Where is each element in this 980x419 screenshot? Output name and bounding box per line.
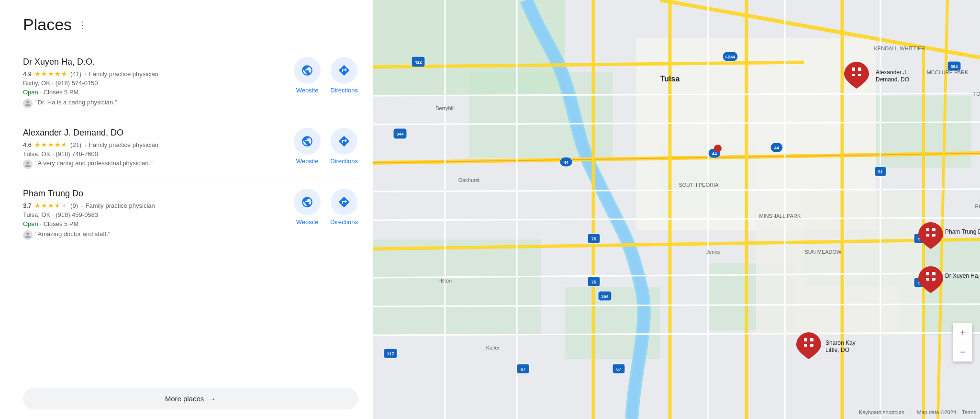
separator: · — [84, 141, 86, 148]
svg-text:75: 75 — [591, 280, 596, 284]
zoom-out-button[interactable]: − — [953, 342, 972, 362]
svg-text:75: 75 — [591, 237, 596, 241]
avatar — [23, 230, 33, 240]
map-footer: Keyboard shortcuts | Map data ©2024 Term… — [859, 409, 976, 415]
review-count: (9) — [70, 202, 78, 209]
website-button[interactable]: Website — [294, 57, 321, 94]
review-text: "A very caring and professional physicia… — [35, 159, 153, 167]
place-rating: 3.7 ★★★★★★ (9) · Family practice physici… — [23, 202, 284, 209]
svg-rect-93 — [926, 231, 935, 234]
category: Family practice physician — [89, 141, 158, 148]
svg-rect-2 — [469, 72, 612, 158]
category: Family practice physician — [86, 202, 155, 209]
more-places-button[interactable]: More places → — [23, 388, 358, 409]
svg-text:MINSHALL PARK: MINSHALL PARK — [759, 213, 801, 219]
svg-text:44: 44 — [564, 160, 568, 165]
more-options-icon[interactable]: ⋮ — [78, 19, 87, 31]
website-icon-circle — [294, 57, 321, 84]
map-panel: 412 344 44 44 64 64 — [373, 0, 980, 419]
action-buttons: Website Directions — [294, 189, 358, 226]
review-text: "Amazing doctor and staff." — [35, 230, 110, 238]
svg-text:44: 44 — [774, 146, 779, 150]
svg-text:Demand, DO: Demand, DO — [876, 76, 909, 83]
website-button[interactable]: Website — [294, 128, 321, 165]
svg-text:TOWER HEIGHTS: TOWER HEIGHTS — [973, 91, 980, 97]
svg-rect-101 — [804, 341, 813, 344]
map-svg: 412 344 44 44 64 64 — [373, 0, 980, 419]
directions-icon-circle — [331, 128, 357, 155]
svg-text:Hilton: Hilton — [438, 278, 452, 283]
place-review: "Dr. Ha is a caring physician." — [23, 99, 284, 108]
open-status: Open — [23, 220, 38, 227]
place-name[interactable]: Alexander J. Demand, DO — [23, 128, 284, 138]
place-actions: Website Directions — [294, 57, 358, 94]
place-info: Dr Xuyen Ha, D.O. 4.9 ★★★★★ (41) · Famil… — [23, 57, 294, 108]
svg-text:Oakhurst: Oakhurst — [458, 177, 480, 183]
place-status: Open · Closes 5 PM — [23, 89, 284, 96]
svg-text:KENDALL-WHITTIER: KENDALL-WHITTIER — [874, 45, 925, 51]
place-status: Open · Closes 5 PM — [23, 220, 284, 227]
svg-text:364: 364 — [601, 294, 608, 299]
place-review: "A very caring and professional physicia… — [23, 159, 284, 169]
svg-text:Berryhill: Berryhill — [435, 105, 455, 111]
svg-text:364: 364 — [950, 64, 958, 69]
terms-link[interactable]: Terms — [962, 409, 976, 415]
svg-text:Jenks: Jenks — [706, 249, 720, 255]
place-address: Bixby, OK · (918) 574-0150 — [23, 79, 284, 87]
directions-label: Directions — [330, 87, 358, 94]
website-button[interactable]: Website — [294, 189, 321, 226]
separator: · — [84, 70, 86, 78]
place-name[interactable]: Pham Trung Do — [23, 189, 284, 199]
place-info: Alexander J. Demand, DO 4.6 ★★★★★★ (21) … — [23, 128, 294, 169]
svg-text:44: 44 — [712, 151, 717, 156]
directions-label: Directions — [330, 218, 358, 226]
website-icon-circle — [294, 128, 321, 155]
website-label: Website — [296, 87, 319, 94]
left-panel: Places ⋮ Dr Xuyen Ha, D.O. 4.9 ★★★★★ (41… — [0, 0, 373, 419]
avatar — [23, 99, 33, 108]
map-container: 412 344 44 44 64 64 — [373, 0, 980, 419]
svg-text:MCCLURE PARK: MCCLURE PARK — [927, 69, 969, 75]
svg-rect-97 — [926, 275, 935, 278]
svg-point-85 — [714, 145, 722, 152]
more-places-label: More places — [165, 395, 204, 403]
places-header: Places ⋮ — [23, 15, 358, 34]
svg-text:344: 344 — [396, 132, 403, 136]
svg-text:Alexander J.: Alexander J. — [876, 69, 908, 76]
zoom-in-button[interactable]: + — [953, 323, 972, 342]
list-item: Dr Xuyen Ha, D.O. 4.9 ★★★★★ (41) · Famil… — [23, 47, 358, 118]
place-rating: 4.6 ★★★★★★ (21) · Family practice physic… — [23, 141, 284, 148]
review-count: (41) — [70, 70, 81, 78]
place-address: Tulsa, OK · (918) 459-0583 — [23, 211, 284, 218]
rating-number: 3.7 — [23, 202, 32, 209]
place-list: Dr Xuyen Ha, D.O. 4.9 ★★★★★ (41) · Famil… — [23, 47, 358, 378]
place-info: Pham Trung Do 3.7 ★★★★★★ (9) · Family pr… — [23, 189, 294, 240]
svg-text:Kiefer: Kiefer — [486, 345, 500, 351]
svg-text:I-244: I-244 — [725, 55, 735, 59]
website-label: Website — [296, 158, 319, 165]
directions-icon-circle — [331, 189, 357, 215]
place-actions: Website Directions — [294, 128, 358, 165]
svg-text:SOUTH PEORIA: SOUTH PEORIA — [679, 182, 719, 188]
keyboard-shortcuts-link[interactable]: Keyboard shortcuts — [859, 409, 904, 415]
svg-text:117: 117 — [387, 351, 394, 356]
place-name[interactable]: Dr Xuyen Ha, D.O. — [23, 57, 284, 67]
directions-button[interactable]: Directions — [330, 189, 358, 226]
close-time: · Closes 5 PM — [40, 89, 78, 96]
place-actions: Website Directions — [294, 189, 358, 226]
rating-number: 4.6 — [23, 141, 32, 148]
svg-text:Pham Trung Do: Pham Trung Do — [945, 228, 980, 235]
category: Family practice physician — [89, 70, 158, 78]
list-item: Pham Trung Do 3.7 ★★★★★★ (9) · Family pr… — [23, 179, 358, 249]
action-buttons: Website Directions — [294, 57, 358, 94]
review-text: "Dr. Ha is a caring physician." — [35, 99, 117, 106]
directions-button[interactable]: Directions — [330, 57, 358, 94]
directions-label: Directions — [330, 158, 358, 165]
close-time: · Closes 5 PM — [40, 220, 78, 227]
action-buttons: Website Directions — [294, 128, 358, 165]
svg-rect-5 — [373, 239, 541, 335]
directions-button[interactable]: Directions — [330, 128, 358, 165]
svg-text:67: 67 — [616, 367, 621, 372]
website-icon-circle — [294, 189, 321, 215]
map-controls: + − — [953, 323, 972, 362]
